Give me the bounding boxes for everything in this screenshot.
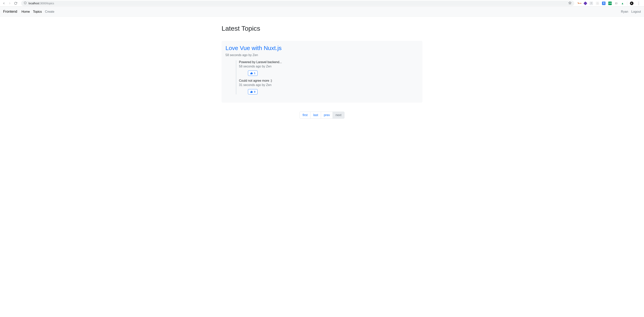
nav-user[interactable]: Ryan <box>621 10 628 14</box>
browser-toolbar: localhost:3000/topics ✎css ⠿ ◌ 文 CORS {·… <box>0 0 644 7</box>
bookmark-star-icon[interactable] <box>568 1 572 5</box>
topic-card: Love Vue with Nuxt.js 58 seconds ago by … <box>222 41 422 102</box>
topic-title-link[interactable]: Love Vue with Nuxt.js <box>226 45 282 52</box>
extension-icons: ✎css ⠿ ◌ 文 CORS {·} ▲ K ⋮ <box>578 1 642 6</box>
back-button[interactable] <box>2 1 6 5</box>
extension-json-icon[interactable]: {·} <box>614 2 618 5</box>
like-button[interactable]: 0 <box>248 89 258 94</box>
extension-grey2-icon[interactable]: ◌ <box>596 2 599 5</box>
page-next: next <box>332 112 344 119</box>
nav-primary: Home Topics Create <box>22 10 54 14</box>
like-button[interactable]: 1 <box>248 70 258 76</box>
reload-button[interactable] <box>14 1 18 5</box>
post-item: Could not agree more :) 31 seconds ago b… <box>239 79 418 94</box>
nav-logout[interactable]: Logout <box>631 10 641 14</box>
url-text: localhost:3000/topics <box>28 2 54 5</box>
nav-home[interactable]: Home <box>22 10 30 14</box>
post-body: Could not agree more :) <box>239 79 418 82</box>
like-count: 1 <box>254 72 255 75</box>
pagination: first last prev next <box>222 112 422 119</box>
nav-right: Ryan Logout <box>621 10 641 14</box>
nav-topics[interactable]: Topics <box>33 10 42 14</box>
page-title: Latest Topics <box>222 25 422 32</box>
topic-meta: 58 seconds ago by Zen <box>226 53 418 57</box>
post-meta: 58 seconds ago by Zen <box>239 65 418 68</box>
extension-purple-icon[interactable] <box>584 1 587 5</box>
extension-separator <box>627 2 627 5</box>
browser-menu-icon[interactable]: ⋮ <box>636 1 641 6</box>
extension-css-icon[interactable]: ✎css <box>578 2 581 5</box>
nav-create[interactable]: Create <box>45 10 54 14</box>
pagination-list: first last prev next <box>300 112 344 119</box>
post-body: Powered by Laravel backend... <box>239 60 418 64</box>
thumbs-up-icon <box>250 90 253 93</box>
thumbs-up-icon <box>250 72 253 75</box>
svg-marker-3 <box>568 2 571 4</box>
forward-button[interactable] <box>8 1 12 5</box>
like-count: 0 <box>254 90 255 93</box>
post-meta: 31 seconds ago by Zen <box>239 83 418 87</box>
extension-translate-icon[interactable]: 文 <box>602 2 606 5</box>
address-bar[interactable]: localhost:3000/topics <box>21 0 574 6</box>
site-info-icon[interactable] <box>24 2 26 5</box>
extension-mountain-icon[interactable]: ▲ <box>621 2 624 5</box>
posts-list: Powered by Laravel backend... 58 seconds… <box>236 60 418 94</box>
page-prev[interactable]: prev <box>321 112 333 119</box>
page-first[interactable]: first <box>300 112 310 119</box>
extension-cors-icon[interactable]: CORS <box>608 2 612 5</box>
page-last[interactable]: last <box>310 112 321 119</box>
brand-link[interactable]: Frontend <box>3 10 17 14</box>
post-item: Powered by Laravel backend... 58 seconds… <box>239 60 418 76</box>
app-navbar: Frontend Home Topics Create Ryan Logout <box>0 7 644 17</box>
profile-avatar-icon[interactable]: K <box>630 2 634 5</box>
extension-grey-icon[interactable]: ⠿ <box>590 2 593 5</box>
main-container: Latest Topics Love Vue with Nuxt.js 58 s… <box>218 25 426 119</box>
